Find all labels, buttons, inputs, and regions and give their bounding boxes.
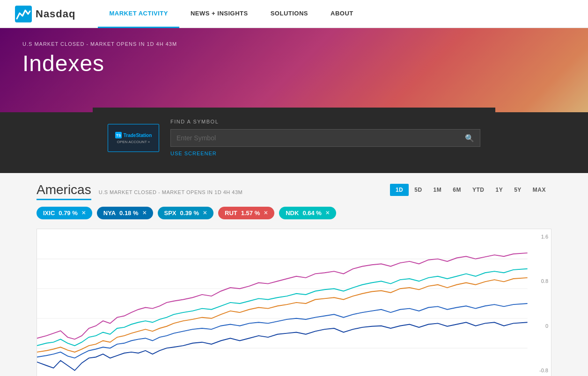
tradestation-name: TradeStation (124, 133, 152, 138)
screener-link[interactable]: USE SCREENER (170, 151, 217, 156)
tradestation-ad[interactable]: TS TradeStation OPEN ACCOUNT » (108, 124, 159, 152)
tag-spx-close[interactable]: ✕ (203, 210, 207, 216)
logo[interactable]: Nasdaq (15, 6, 75, 22)
chart-y-axis: 1.6 0.8 0 -0.8 (528, 229, 551, 376)
tag-ixic-close[interactable]: ✕ (81, 210, 86, 216)
tag-rut-label: RUT (225, 210, 237, 217)
tag-ndk-close[interactable]: ✕ (325, 210, 330, 216)
tag-nya-change: 0.18 % (119, 210, 138, 217)
tag-nya-close[interactable]: ✕ (142, 210, 147, 216)
y-label-mid: 0 (530, 323, 548, 329)
time-controls: 1D 5D 1M 6M YTD 1Y 5Y MAX (390, 184, 551, 196)
hero-content: U.S MARKET CLOSED - MARKET OPENS IN 1D 4… (0, 28, 588, 89)
svg-text:TS: TS (116, 133, 121, 137)
section-subtitle: U.S MARKET CLOSED - MARKET OPENS IN 1D 4… (99, 189, 243, 195)
tag-spx-label: SPX (164, 210, 176, 217)
index-tags: IXIC 0.79 % ✕ NYA 0.18 % ✕ SPX 0.39 % ✕ … (37, 207, 551, 219)
time-btn-1y[interactable]: 1Y (490, 184, 508, 196)
hero-market-status: U.S MARKET CLOSED - MARKET OPENS IN 1D 4… (22, 41, 566, 47)
tag-rut-change: 1.57 % (241, 210, 260, 217)
nav-about[interactable]: ABOUT (319, 0, 365, 28)
main-content: Americas U.S MARKET CLOSED - MARKET OPEN… (27, 182, 561, 376)
search-row: 🔍 (170, 129, 480, 147)
tag-ixic[interactable]: IXIC 0.79 % ✕ (37, 207, 92, 219)
section-header: Americas U.S MARKET CLOSED - MARKET OPEN… (37, 182, 551, 197)
time-btn-ytd[interactable]: YTD (467, 184, 490, 196)
search-icon[interactable]: 🔍 (465, 134, 474, 143)
section-title: Americas (37, 182, 91, 197)
tag-ixic-label: IXIC (43, 210, 55, 217)
chart-svg (37, 229, 551, 376)
search-input[interactable] (176, 130, 465, 146)
y-label-top: 1.6 (530, 234, 548, 239)
time-btn-max[interactable]: MAX (527, 184, 551, 196)
y-label-bottom: -0.8 (530, 368, 548, 373)
nav-solutions[interactable]: SOLUTIONS (259, 0, 319, 28)
chart-container: 1.6 0.8 0 -0.8 (37, 229, 551, 376)
header: Nasdaq MARKET ACTIVITY NEWS + INSIGHTS S… (0, 0, 588, 28)
tag-rut[interactable]: RUT 1.57 % ✕ (218, 207, 274, 219)
tag-ixic-change: 0.79 % (59, 210, 77, 217)
tag-ndk-label: NDK (286, 210, 299, 217)
nav-market-activity[interactable]: MARKET ACTIVITY (98, 0, 179, 28)
tag-rut-close[interactable]: ✕ (264, 210, 268, 216)
symbol-search-area: FIND A SYMBOL 🔍 USE SCREENER (170, 119, 480, 157)
tradestation-cta: OPEN ACCOUNT » (117, 140, 150, 144)
nav-news-insights[interactable]: NEWS + INSIGHTS (179, 0, 259, 28)
time-btn-5y[interactable]: 5Y (508, 184, 527, 196)
hero-title: Indexes (22, 51, 566, 76)
nasdaq-logo-icon (15, 6, 32, 22)
time-btn-6m[interactable]: 6M (447, 184, 467, 196)
section-title-area: Americas U.S MARKET CLOSED - MARKET OPEN… (37, 182, 243, 197)
tag-nya-label: NYA (103, 210, 116, 217)
main-nav: MARKET ACTIVITY NEWS + INSIGHTS SOLUTION… (98, 0, 364, 28)
tag-nya[interactable]: NYA 0.18 % ✕ (97, 207, 153, 219)
tag-spx-change: 0.39 % (180, 210, 199, 217)
y-label-mid-high: 0.8 (530, 278, 548, 284)
search-label: FIND A SYMBOL (170, 119, 480, 124)
tag-ndk[interactable]: NDK 0.64 % ✕ (279, 207, 336, 219)
time-btn-5d[interactable]: 5D (409, 184, 427, 196)
section-title-underline: Americas (37, 182, 91, 197)
tradestation-icon: TS (115, 132, 122, 138)
time-btn-1d[interactable]: 1D (390, 184, 409, 196)
hero-banner: U.S MARKET CLOSED - MARKET OPENS IN 1D 4… (0, 28, 588, 112)
search-panel: TS TradeStation OPEN ACCOUNT » FIND A SY… (93, 108, 495, 168)
time-btn-1m[interactable]: 1M (428, 184, 448, 196)
tag-spx[interactable]: SPX 0.39 % ✕ (158, 207, 214, 219)
tag-ndk-change: 0.64 % (302, 210, 321, 217)
logo-text: Nasdaq (36, 8, 75, 20)
